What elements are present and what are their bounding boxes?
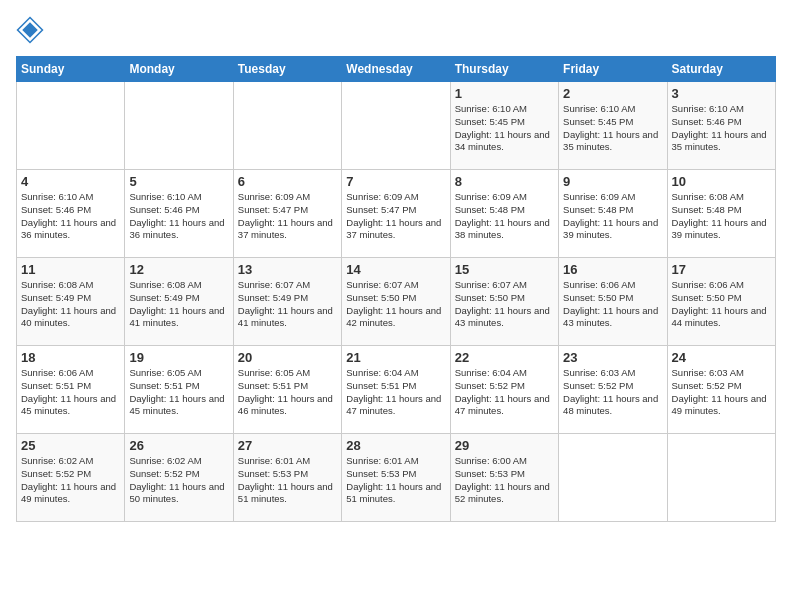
day-number: 2 (563, 86, 662, 101)
calendar-cell: 14Sunrise: 6:07 AMSunset: 5:50 PMDayligh… (342, 258, 450, 346)
day-header-wednesday: Wednesday (342, 57, 450, 82)
logo (16, 16, 48, 44)
cell-info: Sunrise: 6:05 AMSunset: 5:51 PMDaylight:… (238, 367, 337, 418)
calendar-cell: 5Sunrise: 6:10 AMSunset: 5:46 PMDaylight… (125, 170, 233, 258)
calendar-cell: 19Sunrise: 6:05 AMSunset: 5:51 PMDayligh… (125, 346, 233, 434)
calendar-cell: 29Sunrise: 6:00 AMSunset: 5:53 PMDayligh… (450, 434, 558, 522)
calendar-cell: 17Sunrise: 6:06 AMSunset: 5:50 PMDayligh… (667, 258, 775, 346)
day-number: 12 (129, 262, 228, 277)
day-number: 29 (455, 438, 554, 453)
day-number: 7 (346, 174, 445, 189)
page-header (16, 16, 776, 44)
calendar-cell (233, 82, 341, 170)
calendar-cell: 7Sunrise: 6:09 AMSunset: 5:47 PMDaylight… (342, 170, 450, 258)
cell-info: Sunrise: 6:06 AMSunset: 5:50 PMDaylight:… (672, 279, 771, 330)
cell-info: Sunrise: 6:03 AMSunset: 5:52 PMDaylight:… (563, 367, 662, 418)
calendar-cell (125, 82, 233, 170)
calendar-cell: 9Sunrise: 6:09 AMSunset: 5:48 PMDaylight… (559, 170, 667, 258)
cell-info: Sunrise: 6:10 AMSunset: 5:46 PMDaylight:… (672, 103, 771, 154)
cell-info: Sunrise: 6:09 AMSunset: 5:48 PMDaylight:… (455, 191, 554, 242)
day-header-sunday: Sunday (17, 57, 125, 82)
day-number: 28 (346, 438, 445, 453)
calendar-cell: 8Sunrise: 6:09 AMSunset: 5:48 PMDaylight… (450, 170, 558, 258)
calendar-cell: 21Sunrise: 6:04 AMSunset: 5:51 PMDayligh… (342, 346, 450, 434)
cell-info: Sunrise: 6:08 AMSunset: 5:48 PMDaylight:… (672, 191, 771, 242)
calendar-cell: 20Sunrise: 6:05 AMSunset: 5:51 PMDayligh… (233, 346, 341, 434)
day-number: 21 (346, 350, 445, 365)
day-number: 4 (21, 174, 120, 189)
day-number: 6 (238, 174, 337, 189)
calendar-cell: 25Sunrise: 6:02 AMSunset: 5:52 PMDayligh… (17, 434, 125, 522)
day-header-tuesday: Tuesday (233, 57, 341, 82)
day-number: 17 (672, 262, 771, 277)
day-number: 20 (238, 350, 337, 365)
cell-info: Sunrise: 6:10 AMSunset: 5:46 PMDaylight:… (129, 191, 228, 242)
calendar-cell: 18Sunrise: 6:06 AMSunset: 5:51 PMDayligh… (17, 346, 125, 434)
day-number: 27 (238, 438, 337, 453)
cell-info: Sunrise: 6:10 AMSunset: 5:45 PMDaylight:… (563, 103, 662, 154)
day-number: 1 (455, 86, 554, 101)
calendar-cell: 10Sunrise: 6:08 AMSunset: 5:48 PMDayligh… (667, 170, 775, 258)
cell-info: Sunrise: 6:02 AMSunset: 5:52 PMDaylight:… (21, 455, 120, 506)
calendar-cell (17, 82, 125, 170)
calendar-cell: 12Sunrise: 6:08 AMSunset: 5:49 PMDayligh… (125, 258, 233, 346)
day-number: 18 (21, 350, 120, 365)
week-row-4: 18Sunrise: 6:06 AMSunset: 5:51 PMDayligh… (17, 346, 776, 434)
cell-info: Sunrise: 6:09 AMSunset: 5:47 PMDaylight:… (238, 191, 337, 242)
calendar-cell: 3Sunrise: 6:10 AMSunset: 5:46 PMDaylight… (667, 82, 775, 170)
day-number: 3 (672, 86, 771, 101)
day-number: 9 (563, 174, 662, 189)
day-number: 8 (455, 174, 554, 189)
calendar-cell: 27Sunrise: 6:01 AMSunset: 5:53 PMDayligh… (233, 434, 341, 522)
calendar-cell: 16Sunrise: 6:06 AMSunset: 5:50 PMDayligh… (559, 258, 667, 346)
cell-info: Sunrise: 6:10 AMSunset: 5:46 PMDaylight:… (21, 191, 120, 242)
cell-info: Sunrise: 6:07 AMSunset: 5:50 PMDaylight:… (455, 279, 554, 330)
day-number: 14 (346, 262, 445, 277)
cell-info: Sunrise: 6:10 AMSunset: 5:45 PMDaylight:… (455, 103, 554, 154)
cell-info: Sunrise: 6:01 AMSunset: 5:53 PMDaylight:… (238, 455, 337, 506)
cell-info: Sunrise: 6:00 AMSunset: 5:53 PMDaylight:… (455, 455, 554, 506)
days-header-row: SundayMondayTuesdayWednesdayThursdayFrid… (17, 57, 776, 82)
week-row-1: 1Sunrise: 6:10 AMSunset: 5:45 PMDaylight… (17, 82, 776, 170)
cell-info: Sunrise: 6:08 AMSunset: 5:49 PMDaylight:… (129, 279, 228, 330)
cell-info: Sunrise: 6:01 AMSunset: 5:53 PMDaylight:… (346, 455, 445, 506)
cell-info: Sunrise: 6:06 AMSunset: 5:51 PMDaylight:… (21, 367, 120, 418)
day-number: 5 (129, 174, 228, 189)
day-header-saturday: Saturday (667, 57, 775, 82)
day-number: 11 (21, 262, 120, 277)
logo-icon (16, 16, 44, 44)
cell-info: Sunrise: 6:06 AMSunset: 5:50 PMDaylight:… (563, 279, 662, 330)
cell-info: Sunrise: 6:04 AMSunset: 5:51 PMDaylight:… (346, 367, 445, 418)
day-number: 16 (563, 262, 662, 277)
week-row-2: 4Sunrise: 6:10 AMSunset: 5:46 PMDaylight… (17, 170, 776, 258)
day-header-friday: Friday (559, 57, 667, 82)
calendar-cell: 24Sunrise: 6:03 AMSunset: 5:52 PMDayligh… (667, 346, 775, 434)
day-number: 25 (21, 438, 120, 453)
day-number: 19 (129, 350, 228, 365)
cell-info: Sunrise: 6:07 AMSunset: 5:50 PMDaylight:… (346, 279, 445, 330)
calendar-cell: 28Sunrise: 6:01 AMSunset: 5:53 PMDayligh… (342, 434, 450, 522)
calendar-cell: 22Sunrise: 6:04 AMSunset: 5:52 PMDayligh… (450, 346, 558, 434)
cell-info: Sunrise: 6:02 AMSunset: 5:52 PMDaylight:… (129, 455, 228, 506)
cell-info: Sunrise: 6:05 AMSunset: 5:51 PMDaylight:… (129, 367, 228, 418)
calendar-cell (667, 434, 775, 522)
day-number: 23 (563, 350, 662, 365)
svg-marker-1 (22, 22, 38, 38)
day-header-thursday: Thursday (450, 57, 558, 82)
calendar-cell (559, 434, 667, 522)
calendar-table: SundayMondayTuesdayWednesdayThursdayFrid… (16, 56, 776, 522)
day-number: 10 (672, 174, 771, 189)
cell-info: Sunrise: 6:08 AMSunset: 5:49 PMDaylight:… (21, 279, 120, 330)
calendar-cell (342, 82, 450, 170)
week-row-3: 11Sunrise: 6:08 AMSunset: 5:49 PMDayligh… (17, 258, 776, 346)
calendar-cell: 6Sunrise: 6:09 AMSunset: 5:47 PMDaylight… (233, 170, 341, 258)
calendar-cell: 4Sunrise: 6:10 AMSunset: 5:46 PMDaylight… (17, 170, 125, 258)
calendar-cell: 13Sunrise: 6:07 AMSunset: 5:49 PMDayligh… (233, 258, 341, 346)
cell-info: Sunrise: 6:04 AMSunset: 5:52 PMDaylight:… (455, 367, 554, 418)
cell-info: Sunrise: 6:07 AMSunset: 5:49 PMDaylight:… (238, 279, 337, 330)
calendar-cell: 1Sunrise: 6:10 AMSunset: 5:45 PMDaylight… (450, 82, 558, 170)
cell-info: Sunrise: 6:09 AMSunset: 5:47 PMDaylight:… (346, 191, 445, 242)
calendar-cell: 23Sunrise: 6:03 AMSunset: 5:52 PMDayligh… (559, 346, 667, 434)
calendar-cell: 15Sunrise: 6:07 AMSunset: 5:50 PMDayligh… (450, 258, 558, 346)
calendar-cell: 2Sunrise: 6:10 AMSunset: 5:45 PMDaylight… (559, 82, 667, 170)
